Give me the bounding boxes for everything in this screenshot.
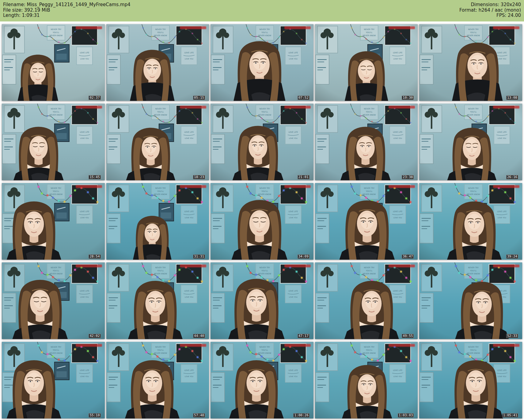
- thumbnail-scene-image: NEVER TRY YOU'LL NEVER KNOW LOVE LIFE LO…: [419, 342, 522, 418]
- thumbnail-scene-image: NEVER TRY YOU'LL NEVER KNOW LOVE LIFE LO…: [419, 262, 522, 339]
- video-thumbnail: NEVER TRY YOU'LL NEVER KNOW LOVE LIFE LO…: [419, 262, 522, 339]
- filesize-line: File size: 392.19 MiB: [3, 8, 131, 13]
- timestamp-badge: 10:30: [402, 96, 414, 100]
- video-thumbnail: NEVER TRY YOU'LL NEVER KNOW LOVE LIFE LO…: [106, 262, 209, 339]
- red-watermark: [76, 26, 102, 29]
- video-thumbnail: NEVER TRY YOU'LL NEVER KNOW LOVE LIFE LO…: [2, 342, 105, 418]
- timestamp-badge: 15:45: [89, 175, 101, 179]
- timestamp-badge: 23:38: [402, 175, 414, 179]
- timestamp-badge: 07:52: [298, 96, 309, 100]
- thumbnail-scene-image: NEVER TRY YOU'LL NEVER KNOW LOVE LIFE LO…: [419, 24, 522, 101]
- filename-label: Filename:: [3, 2, 25, 7]
- thumbnail-scene-image: NEVER TRY YOU'LL NEVER KNOW LOVE LIFE LO…: [2, 342, 105, 418]
- length-line: Length: 1:09:31: [3, 13, 131, 18]
- red-watermark: [284, 185, 311, 188]
- video-thumbnail: NEVER TRY YOU'LL NEVER KNOW LOVE LIFE LO…: [2, 104, 105, 180]
- format-info-block: Dimensions: 320x240 Format: h264 / aac (…: [459, 2, 521, 18]
- video-thumbnail: NEVER TRY YOU'LL NEVER KNOW LOVE LIFE LO…: [419, 183, 522, 260]
- thumbnail-scene-image: NEVER TRY YOU'LL NEVER KNOW LOVE LIFE LO…: [315, 24, 418, 101]
- red-watermark: [180, 106, 206, 109]
- timestamp-badge: 42:02: [89, 334, 101, 338]
- thumbnail-scene-image: NEVER TRY YOU'LL NEVER KNOW LOVE LIFE LO…: [106, 104, 209, 180]
- filename-line: Filename: Miss_Peggy_141216_1449_MyFreeC…: [3, 2, 131, 8]
- thumbnail-scene-image: NEVER TRY YOU'LL NEVER KNOW LOVE LIFE LO…: [106, 24, 209, 101]
- video-thumbnail: NEVER TRY YOU'LL NEVER KNOW LOVE LIFE LO…: [211, 342, 313, 418]
- video-thumbnail: NEVER TRY YOU'LL NEVER KNOW LOVE LIFE LO…: [315, 183, 418, 260]
- video-thumbnail: NEVER TRY YOU'LL NEVER KNOW LOVE LIFE LO…: [211, 104, 313, 180]
- thumbnail-scene-image: NEVER TRY YOU'LL NEVER KNOW LOVE LIFE LO…: [106, 183, 209, 260]
- video-thumbnail: NEVER TRY YOU'LL NEVER KNOW LOVE LIFE LO…: [2, 262, 105, 339]
- video-thumbnail: NEVER TRY YOU'LL NEVER KNOW LOVE LIFE LO…: [419, 24, 522, 101]
- timestamp-badge: 47:17: [298, 334, 309, 338]
- red-watermark: [76, 344, 102, 347]
- thumbnail-scene-image: NEVER TRY YOU'LL NEVER KNOW LOVE LIFE LO…: [2, 24, 105, 101]
- red-watermark: [389, 185, 415, 188]
- length-value: 1:09:31: [22, 13, 40, 18]
- filesize-label: File size:: [3, 7, 23, 13]
- thumbnail-scene-image: NEVER TRY YOU'LL NEVER KNOW LOVE LIFE LO…: [211, 262, 313, 339]
- timestamp-badge: 44:40: [193, 334, 205, 338]
- red-watermark: [180, 344, 206, 347]
- red-watermark: [493, 26, 519, 29]
- timestamp-badge: 36:47: [402, 254, 414, 259]
- thumbnail-scene-image: NEVER TRY YOU'LL NEVER KNOW LOVE LIFE LO…: [315, 183, 418, 260]
- thumbnail-grid: NEVER TRY YOU'LL NEVER KNOW LOVE LIFE LO…: [0, 21, 524, 420]
- red-watermark: [76, 106, 102, 109]
- timestamp-badge: 52:33: [506, 334, 518, 338]
- format-label: Format:: [459, 7, 477, 13]
- video-thumbnail: NEVER TRY YOU'LL NEVER KNOW LOVE LIFE LO…: [211, 24, 313, 101]
- thumbnail-scene-image: NEVER TRY YOU'LL NEVER KNOW LOVE LIFE LO…: [211, 24, 313, 101]
- file-info-block: Filename: Miss_Peggy_141216_1449_MyFreeC…: [3, 2, 131, 18]
- red-watermark: [493, 185, 519, 188]
- timestamp-badge: 49:55: [402, 334, 414, 338]
- contact-sheet: Filename: Miss_Peggy_141216_1449_MyFreeC…: [0, 0, 524, 420]
- format-value: h264 / aac (mono): [479, 7, 521, 13]
- red-watermark: [493, 106, 519, 109]
- video-thumbnail: NEVER TRY YOU'LL NEVER KNOW LOVE LIFE LO…: [106, 24, 209, 101]
- red-watermark: [180, 26, 206, 29]
- thumbnail-scene-image: NEVER TRY YOU'LL NEVER KNOW LOVE LIFE LO…: [419, 183, 522, 260]
- video-thumbnail: NEVER TRY YOU'LL NEVER KNOW LOVE LIFE LO…: [2, 183, 105, 260]
- video-thumbnail: NEVER TRY YOU'LL NEVER KNOW LOVE LIFE LO…: [419, 342, 522, 418]
- video-thumbnail: NEVER TRY YOU'LL NEVER KNOW LOVE LIFE LO…: [315, 262, 418, 339]
- thumbnail-scene-image: NEVER TRY YOU'LL NEVER KNOW LOVE LIFE LO…: [2, 104, 105, 180]
- thumbnail-scene-image: NEVER TRY YOU'LL NEVER KNOW LOVE LIFE LO…: [211, 342, 313, 418]
- red-watermark: [180, 185, 206, 188]
- red-watermark: [389, 106, 415, 109]
- timestamp-badge: 18:23: [193, 175, 205, 179]
- red-watermark: [284, 26, 311, 29]
- thumbnail-scene-image: NEVER TRY YOU'LL NEVER KNOW LOVE LIFE LO…: [2, 262, 105, 339]
- timestamp-badge: 1:03:03: [398, 413, 414, 418]
- timestamp-badge: 13:08: [506, 96, 518, 100]
- timestamp-badge: 39:24: [506, 254, 518, 259]
- timestamp-badge: 02:37: [89, 96, 101, 100]
- thumbnail-scene-image: NEVER TRY YOU'LL NEVER KNOW LOVE LIFE LO…: [211, 104, 313, 180]
- length-label: Length:: [3, 13, 21, 18]
- thumbnail-scene-image: NEVER TRY YOU'LL NEVER KNOW LOVE LIFE LO…: [315, 342, 418, 418]
- timestamp-badge: 1:05:41: [502, 413, 518, 418]
- timestamp-badge: 55:10: [89, 413, 101, 418]
- thumbnail-scene-image: NEVER TRY YOU'LL NEVER KNOW LOVE LIFE LO…: [315, 262, 418, 339]
- video-thumbnail: NEVER TRY YOU'LL NEVER KNOW LOVE LIFE LO…: [315, 104, 418, 180]
- red-watermark: [76, 185, 102, 188]
- red-watermark: [493, 344, 519, 347]
- video-thumbnail: NEVER TRY YOU'LL NEVER KNOW LOVE LIFE LO…: [106, 104, 209, 180]
- timestamp-badge: 34:09: [298, 254, 309, 259]
- header: Filename: Miss_Peggy_141216_1449_MyFreeC…: [0, 0, 524, 21]
- filesize-value: 392.19 MiB: [24, 7, 50, 13]
- thumbnail-scene-image: NEVER TRY YOU'LL NEVER KNOW LOVE LIFE LO…: [2, 183, 105, 260]
- video-thumbnail: NEVER TRY YOU'LL NEVER KNOW LOVE LIFE LO…: [2, 24, 105, 101]
- filename-value: Miss_Peggy_141216_1449_MyFreeCams.mp4: [27, 2, 130, 7]
- video-thumbnail: NEVER TRY YOU'LL NEVER KNOW LOVE LIFE LO…: [315, 342, 418, 418]
- format-line: Format: h264 / aac (mono): [459, 8, 521, 13]
- dimensions-label: Dimensions:: [471, 2, 499, 7]
- timestamp-badge: 57:48: [193, 413, 205, 418]
- red-watermark: [389, 344, 415, 347]
- red-watermark: [180, 265, 206, 267]
- timestamp-badge: 1:00:26: [293, 413, 309, 418]
- dimensions-line: Dimensions: 320x240: [459, 2, 521, 8]
- video-thumbnail: NEVER TRY YOU'LL NEVER KNOW LOVE LIFE LO…: [315, 24, 418, 101]
- red-watermark: [389, 26, 415, 29]
- fps-label: FPS:: [496, 13, 506, 18]
- thumbnail-scene-image: NEVER TRY YOU'LL NEVER KNOW LOVE LIFE LO…: [419, 104, 522, 180]
